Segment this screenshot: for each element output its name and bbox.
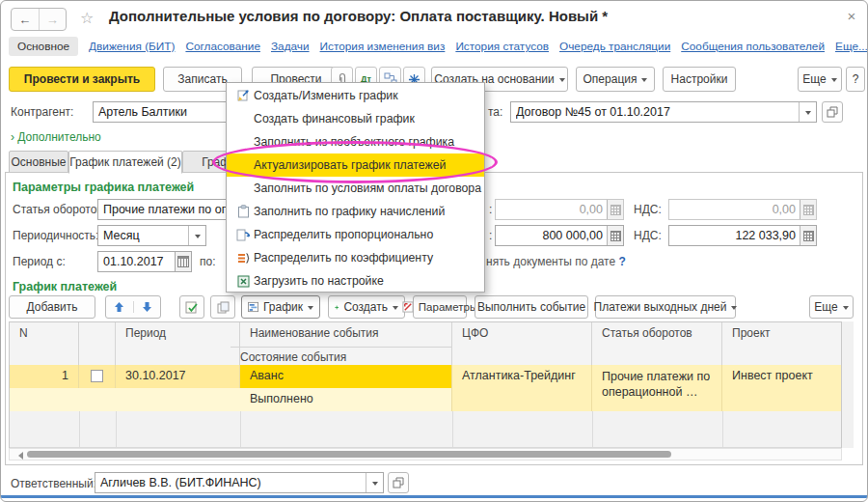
- contract-dropdown-button[interactable]: [799, 102, 816, 122]
- row-event-state-cell: Выполнено: [10, 388, 452, 411]
- vertical-scrollbar[interactable]: [842, 321, 854, 448]
- empty-rows-area: [10, 411, 841, 448]
- nav-item-movements[interactable]: Движения (БИТ): [89, 40, 175, 53]
- forward-arrow-icon[interactable]: →: [39, 9, 67, 30]
- column-header-period[interactable]: Период: [116, 322, 240, 365]
- chevron-down-icon: [731, 306, 737, 313]
- run-event-button[interactable]: Выполнить событие: [475, 295, 588, 319]
- menu-item-fill-by-contract-payment-terms[interactable]: Заполнить по условиям оплаты договора: [227, 177, 484, 200]
- menu-item-fill-by-accrual-schedule[interactable]: Заполнить по графику начислений: [227, 200, 484, 223]
- move-up-button[interactable]: [106, 301, 133, 313]
- column-header-checkbox[interactable]: [79, 322, 116, 365]
- table-more-button[interactable]: Еще: [809, 295, 854, 319]
- chevron-down-icon: [308, 306, 313, 313]
- vat-field-1[interactable]: 0,00: [668, 199, 817, 220]
- scroll-left-icon[interactable]: [14, 452, 23, 460]
- calculator-button[interactable]: [607, 200, 623, 219]
- settings-button[interactable]: Настройки: [663, 67, 736, 92]
- calculator-icon: [610, 205, 621, 215]
- responsible-open-button[interactable]: [388, 472, 409, 493]
- contract-open-button[interactable]: [822, 101, 843, 123]
- bottom-accent-line: [1, 495, 867, 498]
- calendar-button[interactable]: [175, 251, 192, 272]
- period-from-date[interactable]: 01.10.2017: [97, 251, 176, 272]
- move-down-button[interactable]: [133, 301, 161, 313]
- column-header-turnover[interactable]: Статья оборотов: [592, 322, 722, 365]
- more-button[interactable]: Еще: [798, 67, 842, 92]
- calculator-button[interactable]: [800, 226, 816, 245]
- menu-item-actualize-payment-schedule[interactable]: Актуализировать график платежей: [227, 153, 484, 177]
- schedule-section-title: График платежей: [13, 280, 117, 293]
- menu-item-create-financial-schedule[interactable]: Создать финансовый график: [227, 107, 484, 130]
- help-button[interactable]: ?: [846, 67, 865, 92]
- amount-field-2[interactable]: 800 000,00: [495, 225, 624, 246]
- calendar-icon: [177, 256, 189, 267]
- menu-item-create-edit-schedule[interactable]: Создать/Изменить график: [227, 84, 484, 107]
- vat-field-2[interactable]: 122 033,90: [668, 225, 817, 246]
- nav-item-visa-history[interactable]: История изменения виз: [320, 40, 446, 53]
- row-checkbox[interactable]: [91, 370, 103, 382]
- weekend-payments-button[interactable]: Платежи выходных дней: [595, 295, 736, 319]
- menu-item-distribute-proportionally[interactable]: Распределить пропорционально: [227, 223, 484, 246]
- close-icon[interactable]: ×: [842, 6, 861, 25]
- post-and-close-button[interactable]: Провести и закрыть: [9, 67, 155, 92]
- back-arrow-icon[interactable]: ←: [12, 9, 39, 30]
- open-in-window-icon: [827, 106, 838, 118]
- history-nav: ← →: [11, 8, 67, 31]
- contract-label-fragment: та:: [488, 105, 502, 119]
- nav-item-tasks[interactable]: Задачи: [271, 40, 310, 53]
- menu-item-load-by-setting[interactable]: Загрузить по настройке: [227, 269, 484, 293]
- chevron-down-icon: [843, 306, 849, 313]
- chart-menu-button[interactable]: График: [241, 295, 320, 319]
- amount-field-1[interactable]: 0,00: [495, 199, 624, 220]
- amount1-label-fragment: :: [489, 203, 492, 216]
- column-header-n[interactable]: N: [10, 322, 79, 365]
- distribute-icon: [232, 229, 254, 241]
- additional-expander[interactable]: › Дополнительно: [11, 130, 101, 144]
- arrow-down-icon: [142, 301, 152, 313]
- nav-item-approval[interactable]: Согласование: [185, 40, 260, 53]
- periodicity-dropdown-button[interactable]: [188, 226, 205, 245]
- scrollbar-thumb[interactable]: [27, 451, 671, 458]
- chevron-down-icon: [805, 111, 811, 118]
- responsible-field[interactable]: Агличев В.В. (БИТ.ФИНАНС): [95, 472, 384, 493]
- calculator-button[interactable]: [800, 200, 816, 219]
- red-edit-icon: [402, 301, 414, 313]
- menu-item-distribute-by-coefficient[interactable]: Распределить по коэффициенту: [227, 246, 484, 269]
- period-to-label: по:: [200, 255, 216, 268]
- create-row-button[interactable]: Создать: [328, 295, 405, 319]
- plus-icon: [335, 302, 339, 313]
- turnover-article-label: Статья оборотов:: [13, 203, 106, 216]
- nav-item-user-messages[interactable]: Сообщения пользователей: [681, 40, 825, 53]
- set-flags-button[interactable]: [179, 295, 204, 319]
- column-header-event[interactable]: Наименование события Состояние события: [240, 322, 452, 365]
- tab-main[interactable]: Основные: [9, 151, 68, 173]
- responsible-dropdown-button[interactable]: [366, 473, 383, 492]
- periodicity-select[interactable]: Месяц: [97, 225, 206, 246]
- favorite-star-icon[interactable]: ☆: [80, 9, 94, 27]
- nav-item-more[interactable]: Еще...: [835, 40, 868, 53]
- nav-item-status-history[interactable]: История статусов: [455, 40, 549, 53]
- calculator-button[interactable]: [607, 226, 623, 245]
- menu-item-fill-from-object-schedule[interactable]: Заполнить из пообъектного графика: [227, 130, 484, 153]
- column-header-project[interactable]: Проект: [722, 322, 841, 365]
- row-event-name-cell-selected[interactable]: Аванс: [240, 365, 452, 388]
- row-checkbox-cell: [79, 365, 116, 388]
- create-edit-schedule-icon: [232, 89, 254, 102]
- excel-icon: [232, 275, 254, 288]
- contract-field[interactable]: Договор №45 от 01.10.2017: [510, 101, 817, 123]
- calculator-icon: [803, 231, 814, 241]
- horizontal-scrollbar[interactable]: [9, 448, 842, 460]
- tab-payment-schedule[interactable]: График платежей (2): [68, 151, 182, 174]
- chevron-down-icon: [372, 482, 378, 488]
- operation-button[interactable]: Операция: [576, 67, 655, 92]
- add-row-button[interactable]: Добавить: [9, 295, 95, 319]
- nav-item-main[interactable]: Основное: [9, 37, 78, 56]
- help-question-icon[interactable]: ?: [618, 255, 625, 268]
- column-header-cfo[interactable]: ЦФО: [452, 322, 592, 365]
- calculator-icon: [610, 231, 621, 241]
- chevron-down-icon: [393, 306, 398, 313]
- nav-item-broadcast-queue[interactable]: Очередь трансляции: [559, 40, 670, 53]
- parameters-button[interactable]: Параметры: [413, 295, 467, 319]
- clear-flags-button[interactable]: [210, 295, 235, 319]
